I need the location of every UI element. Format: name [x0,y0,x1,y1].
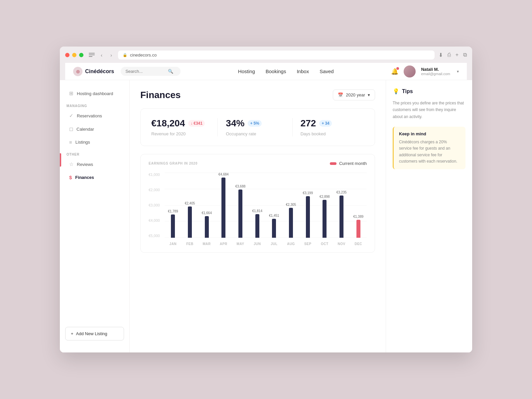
nav-inbox[interactable]: Inbox [297,67,309,75]
chart-bars-area: €1,789€2,405€1,664€4,684€3,688€1,814€1,4… [165,173,367,238]
notification-bell[interactable]: 🔔 [391,68,398,75]
stat-days-label: Days booked [301,131,359,136]
managing-section-label: MANAGING [60,100,129,109]
days-plus-icon: + [322,121,324,126]
chart-bar-group-apr: €4,684 [215,173,232,238]
chart-header: EARNINGS GRAPH IN 2020 Current month [149,161,367,166]
bar-nov[interactable] [339,196,343,238]
sidebar-item-hosting-dashboard[interactable]: ⊞ Hosting dashboard [63,87,127,100]
nav-links: Hosting Bookings Inbox Saved [181,67,391,75]
occupancy-badge: + 5% [248,120,261,127]
current-month-label: Current month [339,161,367,166]
sidebar-item-reservations[interactable]: ✓ Reservations [63,109,127,122]
chart-bar-group-jan: €1,789 [165,173,182,238]
nav-bookings[interactable]: Bookings [266,67,286,75]
active-indicator [60,153,61,167]
x-label-may: MAY [232,242,249,246]
share-icon[interactable]: ⎙ [448,52,451,58]
chart-bar-group-jul: €1,451 [266,173,283,238]
sidebar-item-listings[interactable]: ≡ Listings [63,136,127,148]
brand-name: Cinédécors [85,68,114,74]
chart-bar-group-jun: €1,814 [249,173,266,238]
minimize-button[interactable] [72,53,76,57]
chart-bar-group-mar: €1,664 [198,173,215,238]
x-label-mar: MAR [198,242,215,246]
user-info: Natali M. email@gmail.com [421,67,450,76]
sidebar-toggle-icon[interactable] [89,53,95,58]
y-label-1: €1,000 [149,173,163,177]
search-bar[interactable]: 🔍 [121,67,181,76]
add-listing-label: Add New Listing [76,331,107,336]
chart-bar-group-oct: €2,898 [316,173,333,238]
nav-right: 🔔 Natali M. email@gmail.com ▾ [391,66,459,77]
x-label-oct: OCT [316,242,333,246]
chart-bar-group-sep: €3,199 [299,173,316,238]
new-tab-icon[interactable]: + [456,52,459,58]
listings-icon: ≡ [69,139,72,145]
badge-plus-icon: + [250,121,252,126]
bar-aug[interactable] [289,208,293,238]
bar-value-sep: €3,199 [303,191,313,195]
tips-title: Tips [402,88,413,94]
url-text: cinedecors.co [130,53,157,58]
nav-hosting[interactable]: Hosting [238,67,255,75]
x-label-apr: APR [215,242,232,246]
chart-bar-group-may: €3,688 [232,173,249,238]
chart-bar-group-dec: €1,389 [350,173,367,238]
bar-value-may: €3,688 [235,185,246,188]
chart-bar-group-nov: €3,235 [333,173,350,238]
tabs-icon[interactable]: ⧉ [463,52,467,58]
chevron-down-icon[interactable]: ▾ [457,69,459,74]
bar-value-feb: €2,405 [185,201,195,205]
stat-days-value: 272 + 34 [301,118,359,129]
bar-value-apr: €4,684 [218,173,229,176]
year-selector[interactable]: 📅 2020 year ▾ [333,89,375,100]
bar-jul[interactable] [272,219,276,238]
fullscreen-button[interactable] [79,53,83,57]
sidebar-item-finances[interactable]: $ Finances [63,171,127,184]
reviews-icon: ☆ [69,161,73,167]
add-icon: + [71,331,73,336]
avatar[interactable] [404,66,416,77]
back-button[interactable]: ‹ [99,52,104,59]
nav-saved[interactable]: Saved [320,67,334,75]
page-title: Finances [140,90,181,100]
x-label-nov: NOV [333,242,350,246]
add-new-listing-button[interactable]: + Add New Listing [65,327,124,340]
bar-dec[interactable] [356,220,360,238]
bar-value-jul: €1,451 [269,214,279,217]
x-label-jul: JUL [266,242,283,246]
keep-in-mind-box: Keep in mind Cinédécors charges a 20% se… [393,127,466,169]
sidebar-reviews-label: Reviews [77,162,93,167]
revenue-badge: ↓ €341 [188,120,205,127]
stat-revenue: €18,204 ↓ €341 Revenue for 2020 [149,118,218,136]
brand-logo[interactable]: ◎ Cinédécors [73,67,114,76]
bar-apr[interactable] [221,178,225,238]
chart-container: €5,000 €4,000 €3,000 €2,000 €1,000 €1,78… [149,173,367,246]
year-chevron-icon: ▾ [368,92,370,97]
bar-jan[interactable] [171,214,175,238]
bar-oct[interactable] [323,200,327,238]
sidebar: ⊞ Hosting dashboard MANAGING ✓ Reservati… [60,80,130,352]
keep-in-mind-text: Cinédécors charges a 20% service fee for… [399,139,460,165]
reservations-icon: ✓ [69,113,73,119]
sidebar-item-calendar[interactable]: ◻ Calendar [63,123,127,135]
user-email: email@gmail.com [421,72,450,76]
bar-jun[interactable] [255,214,259,238]
bar-value-dec: €1,389 [353,215,363,218]
search-input[interactable] [125,69,165,74]
sidebar-item-reviews[interactable]: ☆ Reviews [63,158,127,171]
bar-sep[interactable] [306,196,310,238]
avatar-image [404,66,416,77]
bar-may[interactable] [238,190,242,238]
close-button[interactable] [65,53,69,57]
download-icon[interactable]: ⬇ [439,52,443,58]
tips-header: 💡 Tips [393,88,466,94]
bar-mar[interactable] [205,216,209,238]
address-bar[interactable]: 🔒 cinedecors.co [118,51,435,60]
bar-feb[interactable] [188,206,192,238]
chart-bar-group-aug: €2,305 [283,173,300,238]
notification-dot [396,67,399,70]
forward-button[interactable]: › [108,52,114,59]
sidebar-finances-label: Finances [75,175,94,180]
